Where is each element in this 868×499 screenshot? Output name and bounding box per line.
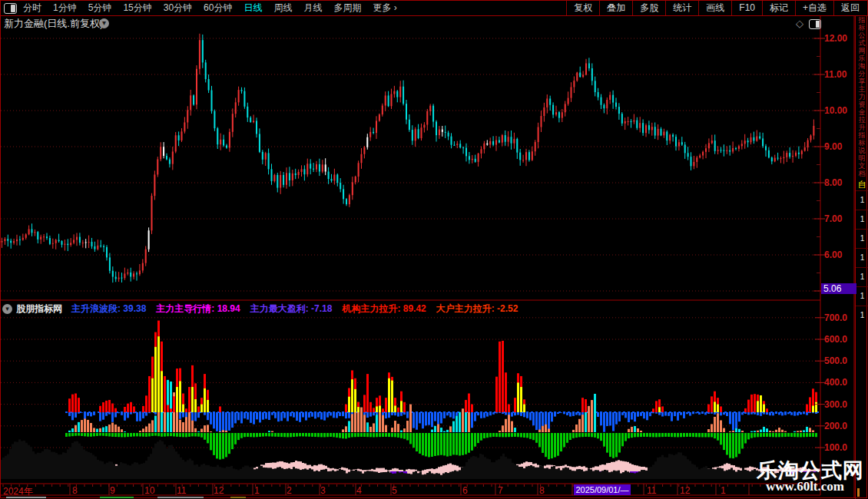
period-menu-item-10[interactable]: 多周期 [333, 2, 361, 15]
candle-body [558, 112, 560, 117]
right-strip-item-2[interactable]: 1 [856, 210, 868, 229]
period-menu-item-8[interactable]: 周线 [273, 2, 292, 15]
green-area-bar [465, 433, 467, 454]
black-mountain [585, 471, 588, 479]
black-mountain [14, 441, 16, 479]
tools-menu-item-2[interactable]: 叠加 [599, 1, 632, 15]
blue-hang-bar [121, 412, 123, 415]
candle-body [789, 153, 790, 157]
candle-body [73, 240, 75, 243]
period-menu-item-1[interactable]: 分时 [23, 2, 41, 15]
blue-hang-bar [406, 412, 409, 418]
blue-hang-bar [763, 412, 765, 415]
tools-menu-item-7[interactable]: 标记 [762, 1, 795, 15]
black-mountain [424, 474, 426, 479]
green-area-bar [96, 433, 98, 436]
green-area-bar [763, 433, 765, 437]
right-strip-item-6[interactable]: 1 [856, 286, 868, 306]
tools-menu-item-3[interactable]: 多股 [632, 1, 665, 15]
blue-hang-bar [621, 412, 624, 415]
black-mountain [719, 468, 721, 479]
tools-menu-item-9[interactable]: 返回 [833, 1, 866, 15]
date-label-month: 11 [647, 485, 656, 496]
period-menu-item-2[interactable]: 1分钟 [53, 2, 77, 15]
period-menu-item-9[interactable]: 月线 [303, 2, 322, 15]
red-spike-bar [133, 406, 135, 412]
right-side-strip[interactable]: 指 标 公 式 网 乐 淘 分 享 主 力 资 金 拉 升 指 标 说 明 文 … [855, 16, 868, 499]
candle-body [552, 105, 554, 115]
date-label-month: 6 [462, 485, 468, 496]
period-menu-item-4[interactable]: 15分钟 [123, 2, 151, 15]
candle-body [7, 239, 8, 240]
tools-menu-item-5[interactable]: 画线 [698, 1, 731, 15]
indicator-field-4: 机构主力拉升: 89.42 [342, 303, 426, 314]
candle-body [513, 139, 515, 144]
black-mountain [440, 475, 442, 479]
blue-hang-bar [425, 412, 427, 425]
blue-hang-bar [486, 412, 489, 417]
red-spike-bar [514, 398, 516, 412]
indicator-field-5: 大户主力拉升: -2.52 [436, 303, 518, 314]
indicator-axis-label: 100.0 [824, 442, 855, 453]
right-strip-item-7[interactable]: 1 [856, 306, 868, 325]
tools-menu-item-1[interactable]: 复权 [566, 1, 599, 15]
period-menu-item-5[interactable]: 30分钟 [164, 2, 192, 15]
candle-body [271, 169, 273, 181]
candle-body [91, 242, 93, 246]
diamond-icon[interactable]: ◇ [796, 18, 803, 29]
blue-hang-bar [793, 412, 796, 416]
mound-bar [499, 431, 501, 432]
period-menu-item-3[interactable]: 5分钟 [88, 2, 112, 15]
black-mountain [256, 468, 258, 479]
green-area-bar [154, 433, 157, 436]
candle-body [538, 127, 539, 143]
black-mountain [392, 474, 394, 479]
collapse-chevron-icon[interactable]: ▾ [2, 304, 12, 314]
blue-hang-bar [575, 412, 578, 415]
black-mountain [378, 473, 380, 479]
black-mountain [671, 454, 673, 479]
right-strip-item-1[interactable]: 1 [856, 190, 868, 210]
red-spike-bar [173, 396, 175, 412]
red-spike-bar [145, 395, 147, 412]
black-mountain [302, 469, 304, 479]
green-area-bar [157, 433, 160, 436]
green-area-bar [314, 433, 316, 437]
green-area-bar [581, 433, 584, 437]
candle-body [127, 273, 128, 273]
candle-body [25, 234, 27, 238]
black-mountain [684, 456, 687, 479]
black-mountain [535, 468, 537, 479]
blue-hang-bar [612, 412, 615, 431]
green-area-bar [188, 433, 190, 437]
period-menu-item-6[interactable]: 60分钟 [204, 2, 232, 15]
black-mountain [306, 470, 309, 479]
date-label-month: 8 [539, 485, 545, 496]
right-strip-item-4[interactable]: 1 [856, 248, 868, 267]
tools-menu-item-6[interactable]: F10 [731, 1, 762, 15]
window-layout-icon[interactable] [4, 3, 17, 14]
black-mountain [500, 456, 502, 479]
tools-menu-item-8[interactable]: +自选 [795, 1, 833, 15]
candle-body [355, 177, 356, 182]
split-window-icon[interactable] [809, 19, 821, 29]
tools-menu-item-4[interactable]: 统计 [665, 1, 698, 15]
candle-body [310, 164, 311, 168]
black-mountain [525, 467, 528, 479]
right-strip-item-3[interactable]: 1 [856, 229, 868, 248]
candle-body [415, 129, 416, 140]
right-strip-item-5[interactable]: 1 [856, 267, 868, 286]
candle-body [396, 91, 398, 97]
period-menu-item-11[interactable]: 更多 › [373, 2, 396, 15]
chart-canvas[interactable] [0, 0, 868, 499]
red-spike-bar [219, 406, 221, 412]
chevron-down-icon[interactable]: ▾ [99, 18, 109, 28]
blue-hang-bar [643, 412, 645, 418]
black-mountain [468, 459, 470, 479]
candle-body [478, 154, 479, 162]
candle-body [765, 146, 767, 150]
period-menu-item-7[interactable]: 日线 [244, 2, 262, 15]
yellow-spike-bar [714, 402, 716, 412]
black-mountain [90, 453, 92, 479]
candle-body [750, 137, 752, 142]
